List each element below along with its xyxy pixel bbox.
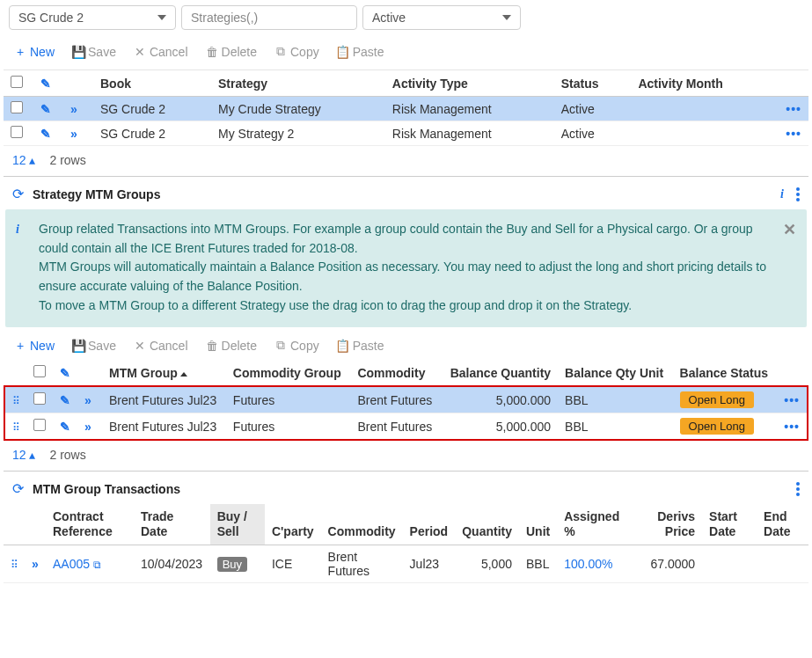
delete-button[interactable]: 🗑Delete	[199, 334, 264, 356]
cancel-label: Cancel	[150, 45, 188, 59]
col-activity-month[interactable]: Activity Month	[631, 70, 779, 97]
col-commodity-group[interactable]: Commodity Group	[226, 360, 351, 386]
table-row[interactable]: ✎ » SG Crude 2 My Crude Strategy Risk Ma…	[4, 97, 808, 121]
save-button[interactable]: 💾Save	[65, 40, 123, 62]
col-assigned[interactable]: Assigned %	[557, 504, 633, 545]
drag-handle-icon[interactable]: ⠿	[11, 559, 18, 571]
table-row[interactable]: ⠿ ✎ » Brent Futures Jul23 Futures Brent …	[4, 413, 808, 441]
info-text-3: To move a MTM Group to a different Strat…	[39, 296, 773, 316]
close-icon[interactable]: ✕	[783, 218, 796, 243]
page-size[interactable]: 12 ▴	[12, 153, 35, 167]
col-derivs-price[interactable]: Derivs Price	[633, 504, 702, 545]
cell-activity-type: Risk Management	[385, 97, 554, 121]
panel-menu-icon[interactable]	[796, 187, 800, 201]
cancel-button[interactable]: ✕Cancel	[127, 334, 195, 356]
save-icon: 💾	[72, 45, 84, 59]
page-size[interactable]: 12 ▴	[12, 448, 35, 462]
drag-handle-icon[interactable]: ⠿	[12, 395, 19, 407]
drag-handle-icon[interactable]: ⠿	[12, 421, 19, 434]
new-button[interactable]: +New	[7, 334, 62, 356]
col-commodity[interactable]: Commodity	[350, 360, 441, 386]
status-badge: Open Long	[680, 391, 754, 408]
cell-end-date	[757, 545, 808, 583]
col-balance-status[interactable]: Balance Status	[673, 360, 778, 386]
table-row[interactable]: ⠿ ✎ » Brent Futures Jul23 Futures Brent …	[4, 386, 808, 413]
contract-ref-link[interactable]: AA005 ⧉	[53, 557, 101, 571]
mtm-panel-header: ⟳ Strategy MTM Groups i	[4, 176, 808, 209]
select-all-checkbox[interactable]	[33, 365, 46, 377]
row-checkbox[interactable]	[33, 392, 46, 405]
row-menu-icon[interactable]: •••	[784, 420, 800, 434]
col-quantity[interactable]: Quantity	[455, 504, 519, 545]
status-badge: Open Long	[680, 418, 754, 435]
copy-button[interactable]: ⧉Copy	[267, 40, 326, 62]
cancel-icon: ✕	[134, 339, 146, 353]
save-button[interactable]: 💾Save	[65, 334, 123, 356]
drill-icon[interactable]: »	[70, 102, 75, 116]
table-row[interactable]: ⠿ » AA005 ⧉ 10/04/2023 Buy ICE Brent Fut…	[4, 545, 808, 583]
row-checkbox[interactable]	[33, 419, 46, 431]
assigned-pct-link[interactable]: 100.00%	[564, 557, 612, 571]
col-end-date[interactable]: End Date	[757, 504, 808, 545]
col-contract-ref[interactable]: Contract Reference	[46, 504, 134, 545]
cancel-button[interactable]: ✕Cancel	[127, 40, 195, 62]
cell-activity-type: Risk Management	[385, 121, 554, 146]
col-buy-sell[interactable]: Buy / Sell	[210, 504, 265, 545]
col-period[interactable]: Period	[403, 504, 456, 545]
status-filter[interactable]: Active	[362, 5, 521, 30]
save-icon: 💾	[72, 339, 84, 353]
col-cparty[interactable]: C'party	[265, 504, 321, 545]
paste-button[interactable]: 📋Paste	[330, 334, 391, 356]
drill-icon[interactable]: »	[32, 557, 36, 571]
refresh-icon[interactable]: ⟳	[12, 186, 24, 202]
row-menu-icon[interactable]: •••	[784, 393, 800, 407]
col-trade-date[interactable]: Trade Date	[134, 504, 210, 545]
refresh-icon[interactable]: ⟳	[12, 480, 24, 497]
row-menu-icon[interactable]: •••	[786, 127, 801, 141]
col-unit[interactable]: Unit	[519, 504, 557, 545]
edit-icon[interactable]: ✎	[60, 420, 70, 434]
strategies-table: ✎ Book Strategy Activity Type Status Act…	[4, 70, 808, 146]
mtm-table: ✎ MTM Group Commodity Group Commodity Ba…	[4, 360, 808, 441]
info-icon[interactable]: i	[780, 187, 784, 201]
col-strategy[interactable]: Strategy	[211, 70, 385, 97]
col-mtm-group[interactable]: MTM Group	[102, 360, 226, 386]
col-book[interactable]: Book	[93, 70, 211, 97]
cell-derivs-price: 67.0000	[633, 545, 702, 583]
drill-icon[interactable]: »	[84, 393, 89, 407]
sort-asc-icon	[180, 372, 187, 377]
cell-commodity-group: Futures	[226, 413, 351, 441]
col-balance-unit[interactable]: Balance Qty Unit	[558, 360, 673, 386]
new-button[interactable]: +New	[7, 40, 62, 62]
save-label: Save	[88, 45, 116, 59]
select-all-checkbox[interactable]	[11, 76, 23, 88]
row-checkbox[interactable]	[11, 126, 23, 138]
copy-button[interactable]: ⧉Copy	[267, 334, 326, 356]
col-activity-type[interactable]: Activity Type	[385, 70, 554, 97]
edit-all-icon[interactable]: ✎	[40, 77, 51, 91]
row-checkbox[interactable]	[11, 101, 23, 113]
table-row[interactable]: ✎ » SG Crude 2 My Strategy 2 Risk Manage…	[4, 121, 808, 146]
delete-button[interactable]: 🗑Delete	[199, 40, 264, 62]
strategies-filter[interactable]: Strategies(,)	[181, 5, 357, 30]
col-start-date[interactable]: Start Date	[702, 504, 757, 545]
row-menu-icon[interactable]: •••	[786, 102, 801, 116]
panel-menu-icon[interactable]	[796, 482, 800, 496]
edit-icon[interactable]: ✎	[40, 127, 51, 141]
edit-icon[interactable]: ✎	[60, 393, 70, 407]
paste-button[interactable]: 📋Paste	[330, 40, 391, 62]
drill-icon[interactable]: »	[84, 420, 89, 434]
edit-icon[interactable]: ✎	[40, 102, 51, 116]
drill-icon[interactable]: »	[70, 127, 75, 141]
book-filter[interactable]: SG Crude 2	[9, 5, 176, 30]
col-balance-qty[interactable]: Balance Quantity	[441, 360, 558, 386]
delete-label: Delete	[222, 45, 257, 59]
cell-mtm-group: Brent Futures Jul23	[102, 413, 226, 441]
col-status[interactable]: Status	[554, 70, 632, 97]
strategies-pager: 12 ▴ 2 rows	[4, 146, 808, 176]
info-text-2: MTM Groups will automatically maintain a…	[39, 258, 773, 296]
col-commodity[interactable]: Commodity	[321, 504, 403, 545]
paste-label: Paste	[353, 45, 384, 59]
edit-all-icon[interactable]: ✎	[60, 366, 70, 380]
strategies-toolbar: +New 💾Save ✕Cancel 🗑Delete ⧉Copy 📋Paste	[4, 37, 808, 70]
